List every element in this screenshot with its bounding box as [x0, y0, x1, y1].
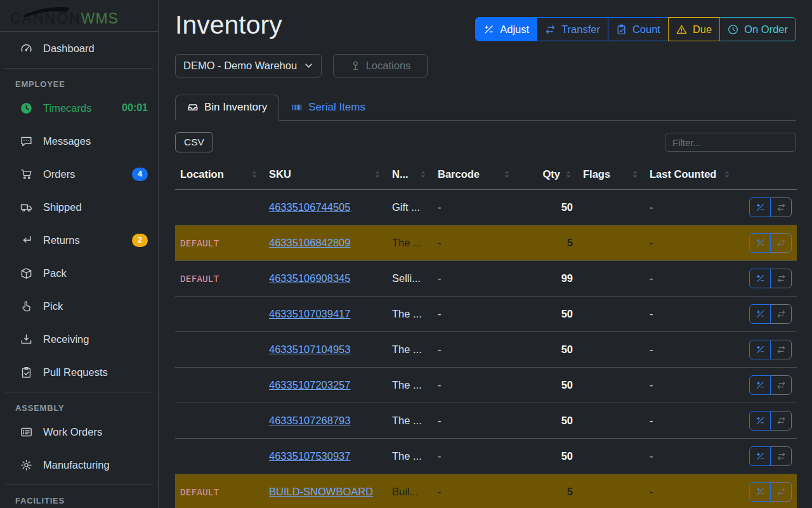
transfer-button[interactable]: Transfer	[537, 17, 608, 41]
actions-cell	[737, 297, 797, 332]
clock-icon	[728, 24, 738, 35]
sort-icon[interactable]	[373, 170, 382, 180]
table-row: 46335107203257The ...-50-	[175, 368, 797, 403]
table-row: 46335107268793The ...-50-	[175, 403, 797, 439]
column-header-n[interactable]: N...	[387, 163, 433, 190]
sort-icon[interactable]	[723, 170, 731, 180]
row-transfer-button[interactable]	[770, 304, 792, 324]
sidebar-item-label: Shipped	[43, 199, 82, 215]
sidebar-divider	[5, 485, 153, 485]
row-transfer-button[interactable]	[770, 197, 792, 217]
row-adjust-button[interactable]	[749, 411, 771, 431]
row-transfer-button[interactable]	[770, 233, 792, 253]
name-cell: The ...	[387, 439, 433, 474]
sidebar-item-label: Pack	[43, 265, 67, 281]
actions-cell	[737, 332, 797, 368]
column-label: Last Counted	[650, 168, 716, 180]
count-button[interactable]: Count	[608, 17, 669, 41]
sku-link[interactable]: BUILD-SNOWBOARD	[269, 486, 373, 497]
sort-icon[interactable]	[502, 170, 511, 180]
sidebar-item-receiving[interactable]: Receiving	[0, 323, 158, 356]
plus-slash-minus-icon	[756, 487, 765, 497]
sidebar-item-returns[interactable]: Returns2	[0, 224, 158, 257]
locations-button-label: Locations	[366, 60, 411, 72]
row-transfer-button[interactable]	[770, 482, 792, 502]
row-adjust-button[interactable]	[749, 340, 771, 359]
sidebar-item-pull-requests[interactable]: Pull Requests	[0, 356, 158, 389]
sku-link[interactable]: 46335106908345	[269, 272, 350, 284]
row-adjust-button[interactable]	[749, 375, 771, 395]
tab-bin-inventory[interactable]: Bin Inventory	[175, 95, 279, 121]
sidebar: CANNONWMS DashboardEMPLOYEETimecards00:0…	[0, 0, 159, 508]
column-header-flags[interactable]: Flags	[578, 163, 645, 190]
table-filter-input[interactable]	[665, 133, 796, 152]
column-header-qty[interactable]: Qty	[516, 163, 578, 190]
gear-icon	[20, 459, 32, 471]
locations-button[interactable]: Locations	[333, 54, 428, 77]
sidebar-item-work-orders[interactable]: Work Orders	[0, 415, 158, 448]
row-adjust-button[interactable]	[749, 233, 771, 253]
sku-link[interactable]: 46335106842809	[269, 237, 350, 248]
sidebar-item-dashboard[interactable]: Dashboard	[0, 32, 158, 65]
plus-slash-minus-icon	[756, 345, 765, 354]
barcode-cell: -	[433, 297, 516, 332]
column-label: SKU	[269, 168, 291, 180]
column-header-sku[interactable]: SKU	[264, 163, 387, 190]
sku-link[interactable]: 46335107530937	[269, 450, 350, 462]
warehouse-select-value: DEMO - Demo Warehou	[183, 60, 304, 72]
bin-icon	[187, 102, 199, 113]
table-row: 46335107104953The ...-50-	[175, 332, 797, 368]
on-order-button[interactable]: On Order	[719, 17, 796, 41]
last-counted-cell: -	[645, 225, 737, 261]
column-header-last-counted[interactable]: Last Counted	[645, 163, 737, 190]
sku-link[interactable]: 46335106744505	[269, 201, 350, 213]
sidebar-item-label: Receiving	[43, 331, 89, 347]
sort-icon[interactable]	[419, 170, 428, 180]
qty-cell: 50	[516, 439, 578, 474]
sidebar-item-timecards[interactable]: Timecards00:01	[0, 91, 158, 124]
due-button[interactable]: Due	[668, 17, 720, 41]
sidebar-section-label-assembly: ASSEMBLY	[0, 396, 158, 415]
column-label: Barcode	[438, 168, 480, 180]
sku-link[interactable]: 46335107203257	[269, 379, 350, 391]
sidebar-item-pick[interactable]: Pick	[0, 290, 158, 323]
csv-export-button[interactable]: CSV	[175, 132, 213, 152]
sku-link[interactable]: 46335107268793	[269, 415, 350, 426]
sidebar-item-messages[interactable]: Messages	[0, 124, 158, 157]
sidebar-item-shipped[interactable]: Shipped	[0, 190, 158, 224]
sort-icon[interactable]	[631, 170, 639, 180]
sidebar-item-orders[interactable]: Orders4	[0, 157, 158, 190]
due-button-label: Due	[693, 23, 712, 36]
actions-cell	[737, 190, 797, 225]
row-adjust-button[interactable]	[749, 304, 771, 324]
warehouse-select[interactable]: DEMO - Demo Warehou	[175, 54, 322, 77]
transfer-button-label: Transfer	[561, 23, 600, 36]
row-transfer-button[interactable]	[770, 446, 792, 466]
sku-link[interactable]: 46335107039417	[269, 308, 350, 319]
row-adjust-button[interactable]	[749, 446, 771, 466]
adjust-button[interactable]: Adjust	[475, 17, 537, 41]
row-transfer-button[interactable]	[770, 375, 792, 395]
row-adjust-button[interactable]	[749, 197, 771, 217]
sort-icon[interactable]	[250, 170, 259, 180]
sidebar-item-label: Messages	[43, 133, 91, 149]
sort-icon[interactable]	[564, 170, 573, 180]
row-transfer-button[interactable]	[770, 340, 792, 359]
column-header-location[interactable]: Location	[175, 163, 264, 190]
sku-link[interactable]: 46335107104953	[269, 344, 350, 355]
hand-index-icon	[20, 300, 32, 312]
table-row: DEFAULTBUILD-SNOWBOARDBuil...-5-	[175, 474, 797, 508]
row-adjust-button[interactable]	[749, 482, 771, 502]
sku-cell: 46335106744505	[264, 190, 387, 225]
plus-slash-minus-icon	[756, 238, 765, 248]
row-transfer-button[interactable]	[770, 411, 792, 431]
tab-serial-items[interactable]: Serial Items	[279, 95, 377, 121]
sidebar-item-pack[interactable]: Pack	[0, 257, 158, 290]
arrows-transfer-icon	[776, 345, 786, 354]
row-transfer-button[interactable]	[770, 269, 792, 288]
column-header-barcode[interactable]: Barcode	[433, 163, 516, 190]
sidebar-item-manufacturing[interactable]: Manufacturing	[0, 448, 158, 481]
row-adjust-button[interactable]	[749, 269, 771, 288]
sidebar-item-label: Returns	[43, 232, 80, 248]
actions-cell	[737, 225, 797, 261]
